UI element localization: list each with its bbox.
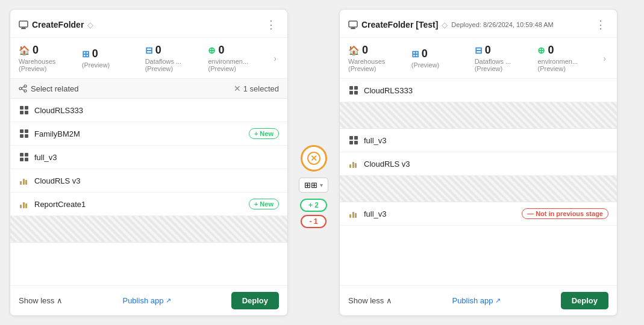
- left-metric-dataflows: ⊟ 0 Dataflows ...(Preview): [145, 44, 208, 72]
- right-metrics-row: 🏠 0 Warehouses(Preview) ⊞ 0 (Preview) ⊟ …: [340, 38, 617, 79]
- grid-icon: [348, 85, 359, 96]
- right-card-header: CreateFolder [Test] ◇ Deployed: 8/26/202…: [340, 10, 617, 38]
- chevron-up-icon-right: ∧: [386, 296, 392, 305]
- left-env-count: 0: [218, 44, 224, 57]
- item-name-cloudrls-v3: CloudRLS v3: [34, 176, 81, 185]
- svg-rect-8: [349, 21, 357, 27]
- left-more-button[interactable]: ⋮: [263, 17, 279, 32]
- mode-toggle-button[interactable]: ⊞⊞ ▾: [299, 178, 328, 193]
- publish-app-button-left[interactable]: Publish app ↗: [122, 296, 171, 305]
- left-dataflows-label: Dataflows ...(Preview): [145, 58, 182, 72]
- svg-line-6: [22, 87, 24, 88]
- svg-point-5: [24, 90, 27, 92]
- left-metrics-chevron[interactable]: ›: [271, 51, 279, 66]
- show-less-button-right[interactable]: Show less ∧: [348, 296, 392, 305]
- item-name-cloudrls333: CloudRLS333: [34, 106, 83, 115]
- right-metric-env: ⊕ 0 environmen...(Preview): [537, 44, 601, 72]
- mode-icon: ⊞⊞: [304, 181, 317, 190]
- list-item-left: full_v3: [348, 135, 387, 146]
- grid-icon: [19, 152, 30, 162]
- right-card-title: CreateFolder [Test]: [361, 20, 438, 29]
- list-item-left: FamilyBM2M: [19, 128, 80, 139]
- middle-section: ✕ ⊞⊞ ▾ + 2 - 1: [288, 97, 339, 228]
- left-warehouse-count: 0: [33, 44, 39, 57]
- left-metric-warehouses: 🏠 0 Warehouses(Preview): [19, 44, 82, 72]
- left-diamond-icon: ◇: [87, 20, 93, 29]
- right-warehouse-label: Warehouses(Preview): [348, 58, 385, 72]
- list-item-left: CloudRLS v3: [348, 158, 410, 169]
- left-items-list: CloudRLS333 FamilyBM2M + New full_v3: [10, 99, 287, 285]
- select-related-label[interactable]: Select related: [19, 84, 79, 93]
- svg-point-4: [19, 87, 22, 90]
- right-title-row: CreateFolder [Test] ◇ Deployed: 8/26/202…: [348, 20, 554, 29]
- clear-selection-button[interactable]: ✕: [234, 84, 241, 93]
- left-preview-label: (Preview): [82, 61, 110, 69]
- left-card-footer: Show less ∧ Publish app ↗ Deploy: [10, 285, 287, 315]
- diff-remove-badge: - 1: [301, 215, 326, 228]
- right-env-count: 0: [548, 44, 554, 57]
- list-item[interactable]: CloudRLS333: [10, 99, 287, 122]
- deploy-info: Deployed: 8/26/2024, 10:59:48 AM: [451, 21, 553, 28]
- diff-badges: + 2 - 1: [300, 199, 327, 228]
- list-item[interactable]: CloudRLS v3: [340, 152, 617, 176]
- item-name-cloudrls-v3-right: CloudRLS v3: [364, 159, 410, 169]
- right-preview-count: 0: [422, 48, 428, 60]
- svg-rect-0: [19, 21, 28, 27]
- show-less-button-left[interactable]: Show less ∧: [19, 296, 63, 305]
- list-item[interactable]: FamilyBM2M + New: [10, 122, 287, 146]
- list-item[interactable]: full_v3: [340, 129, 617, 152]
- select-related-bar: Select related ✕ 1 selected: [10, 79, 287, 99]
- list-item-left: ReportCreate1: [19, 199, 86, 209]
- deploy-button-right[interactable]: Deploy: [561, 292, 608, 309]
- external-link-icon: ↗: [166, 297, 171, 305]
- bar-icon: [348, 208, 359, 219]
- selected-count-text: 1 selected: [243, 84, 279, 93]
- deploy-button-left[interactable]: Deploy: [231, 292, 279, 309]
- share-icon: [19, 84, 27, 93]
- external-link-icon-right: ↗: [495, 297, 501, 305]
- list-item[interactable]: full_v3 — Not in previous stage: [340, 202, 617, 226]
- sync-x-icon: ✕: [310, 153, 317, 163]
- list-item-left: full_v3: [19, 152, 57, 162]
- list-item-left: CloudRLS333: [19, 105, 83, 116]
- item-name-reportcreate1: ReportCreate1: [34, 200, 86, 209]
- left-warehouse-label: Warehouses(Preview): [19, 58, 55, 72]
- list-item-left: CloudRLS v3: [19, 175, 81, 186]
- bar-icon: [348, 158, 359, 169]
- list-item[interactable]: full_v3: [10, 146, 287, 169]
- hatched-row-right-1: [340, 102, 617, 129]
- grid-icon: [348, 135, 359, 146]
- list-item-left: CloudRLS333: [348, 85, 413, 96]
- not-in-previous-badge: — Not in previous stage: [522, 208, 608, 219]
- right-env-label: environmen...(Preview): [537, 58, 578, 72]
- svg-point-3: [24, 85, 27, 87]
- right-items-list: CloudRLS333 full_v3: [340, 79, 617, 285]
- bar-icon: [19, 175, 30, 186]
- right-warehouse-count: 0: [362, 44, 368, 57]
- list-item[interactable]: ReportCreate1 + New: [10, 193, 287, 216]
- right-metric-warehouses: 🏠 0 Warehouses(Preview): [348, 44, 411, 72]
- chevron-up-icon: ∧: [57, 296, 63, 305]
- sync-icon: ✕: [301, 145, 327, 172]
- item-name-familybm2m: FamilyBM2M: [34, 129, 80, 138]
- left-metric-preview: ⊞ 0 (Preview): [82, 48, 145, 69]
- right-card-footer: Show less ∧ Publish app ↗ Deploy: [340, 285, 617, 315]
- right-metrics-chevron[interactable]: ›: [601, 51, 608, 66]
- bar-icon: [19, 199, 30, 209]
- new-badge: + New: [249, 128, 279, 139]
- right-dataflows-count: 0: [485, 44, 491, 57]
- item-name-full-v3-right: full_v3: [364, 136, 387, 145]
- right-metric-preview: ⊞ 0 (Preview): [411, 48, 475, 69]
- item-name-full-v3: full_v3: [34, 153, 57, 162]
- left-metric-env: ⊕ 0 environmen...(Preview): [208, 44, 271, 72]
- publish-app-button-right[interactable]: Publish app ↗: [452, 296, 501, 305]
- hatched-row-right-2: [340, 176, 617, 202]
- list-item[interactable]: CloudRLS333: [340, 79, 617, 102]
- right-preview-label: (Preview): [411, 61, 439, 69]
- svg-line-7: [22, 89, 24, 90]
- right-more-button[interactable]: ⋮: [593, 17, 608, 32]
- left-dataflows-count: 0: [155, 44, 161, 57]
- monitor-icon-right: [348, 20, 358, 29]
- list-item[interactable]: CloudRLS v3: [10, 169, 287, 193]
- item-name-cloudrls333-right: CloudRLS333: [364, 86, 413, 95]
